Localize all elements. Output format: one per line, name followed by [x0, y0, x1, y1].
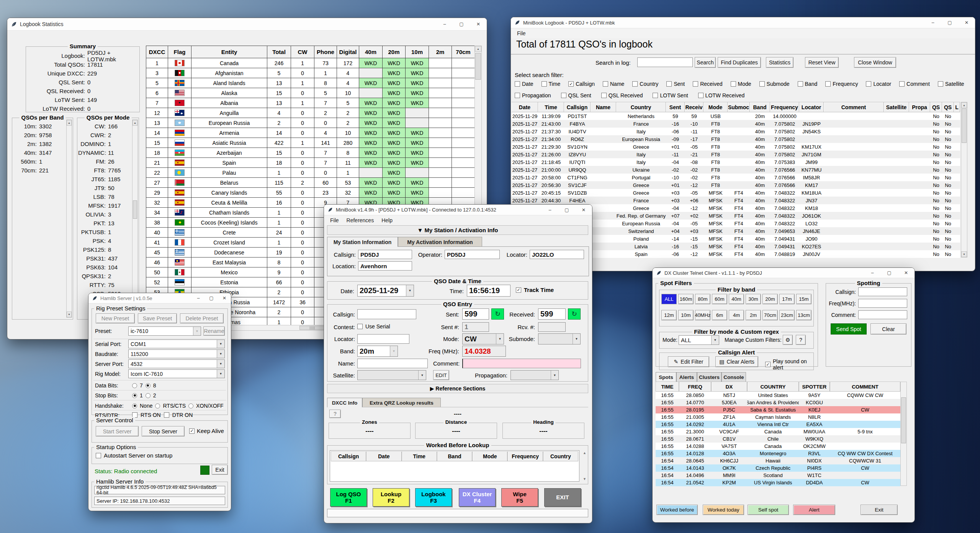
qso-row[interactable]: 2025-11-2721:18:45IU7QTIItaly-04-08FT840…	[512, 158, 960, 166]
propagation-combo[interactable]: ▼	[510, 370, 559, 380]
data-bits-7-radio[interactable]	[132, 383, 137, 388]
table-row[interactable]: 29Canary Islands5502332WKDWKDWKD	[146, 188, 475, 198]
scroll-up-icon[interactable]: ▲	[475, 46, 481, 52]
checkbox[interactable]	[798, 81, 803, 87]
checkbox-callsign[interactable]: ✓Callsign	[568, 81, 595, 87]
table-row[interactable]: 15Asiatic Russia4221141280WKDWKDWKD	[146, 138, 475, 148]
qso-row[interactable]: 2025-11-2721:34:00RO6ZEuropean Russia-09…	[512, 135, 960, 143]
spot-row[interactable]: 16:5528.0671CB1VChileW9KXQ	[656, 435, 900, 443]
table-row[interactable]: 21Spain180711WKDWKDWKD	[146, 158, 475, 168]
spot-freq-input[interactable]	[858, 299, 907, 308]
chevron-down-icon[interactable]: ▼	[496, 334, 504, 344]
table-row[interactable]: 7Albania13175WKDWKDWKD	[146, 98, 475, 108]
chevron-down-icon[interactable]: ▼	[217, 340, 224, 348]
maximize-icon[interactable]: ▢	[205, 293, 218, 303]
minimize-icon[interactable]: –	[924, 17, 941, 28]
tab-spots[interactable]: Spots	[656, 372, 676, 382]
checkbox[interactable]	[899, 81, 905, 87]
maximize-icon[interactable]: ▢	[453, 18, 470, 30]
column-header[interactable]: COUNTRY	[747, 382, 799, 392]
column-header[interactable]: Frequency	[770, 102, 799, 112]
statistics-button[interactable]: Statistics	[766, 57, 793, 68]
checkbox[interactable]	[603, 81, 608, 87]
column-header[interactable]: Name	[591, 102, 616, 112]
titlebar[interactable]: MiniBook Logbook - PD5DJ + LOTW.mbk –▢✕	[511, 17, 975, 28]
search-button[interactable]: Search	[695, 57, 716, 68]
band-filter-button-20m[interactable]: 20m	[762, 294, 778, 304]
column-header[interactable]: Mode	[704, 102, 728, 112]
minimize-icon[interactable]: –	[542, 205, 558, 215]
qso-row[interactable]: 2025-11-2721:00:00UR9QQUkraine-02-02FT84…	[512, 166, 960, 174]
filters-help-button[interactable]: ?	[796, 335, 806, 345]
delete-preset-button[interactable]: Delete Preset	[180, 313, 224, 323]
scroll-down-icon[interactable]: ▼	[67, 312, 72, 317]
scroll-up-icon[interactable]: ▲	[67, 120, 72, 126]
wb-scroll-down-icon[interactable]: ▼	[583, 477, 586, 481]
tab-extra-qrz[interactable]: Extra QRZ Lookup results	[362, 398, 441, 407]
spot-row[interactable]: 16:5428.0645KH6CJJHawaiiNI0DXCQWWCW 31	[656, 457, 900, 464]
scroll-thumb[interactable]	[299, 326, 326, 330]
spots-vscrollbar[interactable]	[900, 382, 907, 486]
autostart-checkbox[interactable]	[96, 453, 101, 458]
sent-number-field[interactable]: 1	[462, 322, 489, 332]
spot-row[interactable]: 16:5521.0305ZF1ACayman IslandsN8LR	[656, 413, 900, 421]
column-header[interactable]: Submoc	[728, 102, 750, 112]
spot-row[interactable]: 16:5521.3000VC9CAFCanadaMW0UAA5-9 tnx	[656, 428, 900, 435]
menu-item-references[interactable]: References	[344, 216, 377, 224]
legend-button-exit[interactable]: Exit	[861, 505, 898, 515]
chevron-down-icon[interactable]: ▼	[193, 327, 201, 335]
received-field[interactable]: 599	[538, 308, 566, 320]
menu-item-file[interactable]: File	[514, 30, 529, 37]
checkbox[interactable]	[759, 81, 765, 87]
minimize-icon[interactable]: –	[192, 293, 205, 303]
tab-my-station-information[interactable]: My Station Information	[327, 237, 398, 247]
maximize-icon[interactable]: ▢	[558, 205, 575, 215]
spot-row[interactable]: 16:5414.0496MM9IScotlandW1TC	[656, 472, 900, 479]
column-header[interactable]: Comment	[824, 102, 884, 112]
menubar[interactable]: File	[511, 28, 975, 38]
hamlib-exit-button[interactable]: Exit	[212, 465, 228, 475]
column-header[interactable]: Callsign	[564, 102, 591, 112]
checkbox-country[interactable]: Country	[632, 81, 658, 87]
serial-port-combo[interactable]: COM1▼	[128, 339, 225, 348]
scroll-down-icon[interactable]: ▼	[961, 251, 967, 257]
chevron-down-icon[interactable]: ▼	[390, 346, 398, 356]
stop-bits-1-radio[interactable]	[132, 393, 137, 398]
chevron-down-icon[interactable]: ▼	[406, 285, 414, 296]
time-field[interactable]: 16:56:19	[467, 285, 510, 297]
checkbox[interactable]	[825, 81, 831, 87]
preset-combo[interactable]: ic-7610▼	[128, 326, 201, 336]
spot-row[interactable]: 16:5514.0288VA7STCanadaOK2CMW	[656, 443, 900, 450]
qso-row[interactable]: 2025-11-2720:56:30SV1CJFGreece+01-12FT84…	[512, 181, 960, 189]
column-header[interactable]: TIME	[656, 382, 679, 392]
spot-row[interactable]: 16:5514.01284O3AMontenegroR3VLCQ WW CW D…	[656, 450, 900, 457]
checkbox[interactable]	[698, 93, 704, 98]
scroll-up-icon[interactable]: ▲	[133, 120, 137, 126]
band-filter-button-40m[interactable]: 40m	[729, 294, 744, 304]
rig-model-combo[interactable]: Icom IC-7610▼	[128, 369, 225, 378]
column-header[interactable]: Satellite	[884, 102, 909, 112]
band-filter-button-17m[interactable]: 17m	[779, 294, 795, 304]
qso-locator-input[interactable]	[357, 334, 409, 344]
action-button-lookup[interactable]: LookupF2	[373, 488, 409, 507]
station-info-bar[interactable]: ▼ My Station / Activation Info	[327, 225, 588, 235]
scroll-thumb[interactable]	[901, 397, 906, 443]
column-header[interactable]: Time	[538, 102, 564, 112]
table-row[interactable]: 3Afghanistan5014WKDWKD	[146, 68, 475, 78]
edit-filter-button[interactable]: ✎Edit Filter	[668, 356, 709, 367]
tab-alerts[interactable]: Alerts	[676, 372, 697, 382]
date-combo[interactable]: 2025-11-29▼	[357, 285, 414, 297]
qso-row[interactable]: 2025-11-2720:44:30F4HEAFrance+03+06MFSKF…	[512, 197, 960, 204]
handshake-none-radio[interactable]	[132, 403, 137, 408]
column-header[interactable]: FREQ	[679, 382, 711, 392]
mode-list-scrollbar[interactable]: ▲ ▼	[132, 120, 138, 318]
checkbox[interactable]	[693, 81, 698, 87]
satellite-combo[interactable]: ▼	[357, 370, 426, 380]
wb-scroll-up-icon[interactable]: ▲	[583, 451, 586, 455]
qso-row[interactable]: 2025-11-2721:26:00IZ8VYUItaly-11-21FT840…	[512, 151, 960, 158]
save-preset-button[interactable]: Save Preset	[138, 313, 177, 323]
menubar[interactable]: FileReferencesHelp	[324, 215, 592, 225]
table-row[interactable]: 13European Russia2002WKDWKD	[146, 118, 475, 128]
chevron-down-icon[interactable]: ▼	[217, 370, 224, 378]
station-operator-field[interactable]: PD5DJ	[445, 250, 500, 259]
